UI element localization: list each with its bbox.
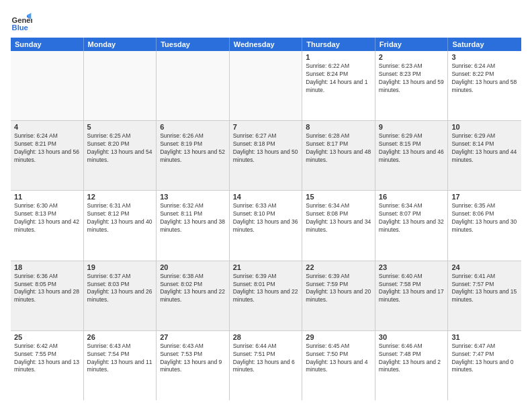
day-cell-16: 16Sunrise: 6:34 AM Sunset: 8:07 PM Dayli…: [375, 191, 449, 260]
cell-info: Sunrise: 6:45 AM Sunset: 7:50 PM Dayligh…: [306, 342, 371, 375]
day-number: 22: [306, 263, 371, 271]
header: General Blue: [11, 11, 521, 32]
cell-info: Sunrise: 6:43 AM Sunset: 7:54 PM Dayligh…: [87, 342, 153, 375]
day-cell-25: 25Sunrise: 6:42 AM Sunset: 7:55 PM Dayli…: [11, 331, 84, 400]
day-number: 3: [451, 53, 518, 61]
page: General Blue SundayMondayTuesdayWednesda…: [0, 0, 532, 411]
day-number: 17: [451, 193, 518, 201]
day-cell-20: 20Sunrise: 6:38 AM Sunset: 8:02 PM Dayli…: [157, 261, 230, 330]
header-day-saturday: Saturday: [448, 38, 521, 51]
day-number: 19: [87, 263, 153, 271]
day-number: 1: [306, 53, 371, 61]
day-number: 23: [379, 263, 445, 271]
cell-info: Sunrise: 6:24 AM Sunset: 8:21 PM Dayligh…: [14, 132, 80, 165]
day-cell-4: 4Sunrise: 6:24 AM Sunset: 8:21 PM Daylig…: [11, 121, 84, 190]
day-number: 24: [451, 263, 518, 271]
cell-info: Sunrise: 6:38 AM Sunset: 8:02 PM Dayligh…: [160, 273, 226, 305]
day-number: 4: [14, 123, 80, 131]
day-cell-10: 10Sunrise: 6:29 AM Sunset: 8:14 PM Dayli…: [448, 121, 521, 190]
calendar-body: 1Sunrise: 6:22 AM Sunset: 8:24 PM Daylig…: [11, 51, 521, 400]
day-cell-3: 3Sunrise: 6:24 AM Sunset: 8:22 PM Daylig…: [448, 51, 521, 120]
cell-info: Sunrise: 6:43 AM Sunset: 7:53 PM Dayligh…: [160, 342, 226, 375]
empty-cell: [230, 51, 303, 120]
day-cell-14: 14Sunrise: 6:33 AM Sunset: 8:10 PM Dayli…: [230, 191, 303, 260]
day-cell-5: 5Sunrise: 6:25 AM Sunset: 8:20 PM Daylig…: [84, 121, 157, 190]
header-day-tuesday: Tuesday: [157, 38, 230, 51]
day-number: 12: [87, 193, 153, 201]
day-cell-23: 23Sunrise: 6:40 AM Sunset: 7:58 PM Dayli…: [375, 261, 449, 330]
day-number: 5: [87, 123, 153, 131]
cell-info: Sunrise: 6:36 AM Sunset: 8:05 PM Dayligh…: [14, 273, 80, 305]
day-cell-21: 21Sunrise: 6:39 AM Sunset: 8:01 PM Dayli…: [230, 261, 303, 330]
day-cell-22: 22Sunrise: 6:39 AM Sunset: 7:59 PM Dayli…: [302, 261, 375, 330]
cell-info: Sunrise: 6:46 AM Sunset: 7:48 PM Dayligh…: [379, 342, 445, 375]
day-number: 13: [160, 193, 226, 201]
day-cell-18: 18Sunrise: 6:36 AM Sunset: 8:05 PM Dayli…: [11, 261, 84, 330]
calendar-week-4: 18Sunrise: 6:36 AM Sunset: 8:05 PM Dayli…: [11, 261, 521, 331]
day-number: 31: [451, 333, 518, 341]
day-number: 10: [451, 123, 518, 131]
day-cell-13: 13Sunrise: 6:32 AM Sunset: 8:11 PM Dayli…: [157, 191, 230, 260]
day-number: 20: [160, 263, 226, 271]
header-day-monday: Monday: [84, 38, 157, 51]
header-day-sunday: Sunday: [11, 38, 84, 51]
empty-cell: [157, 51, 230, 120]
calendar-week-5: 25Sunrise: 6:42 AM Sunset: 7:55 PM Dayli…: [11, 331, 521, 400]
day-number: 21: [233, 263, 299, 271]
day-number: 14: [233, 193, 299, 201]
cell-info: Sunrise: 6:44 AM Sunset: 7:51 PM Dayligh…: [233, 342, 299, 375]
cell-info: Sunrise: 6:25 AM Sunset: 8:20 PM Dayligh…: [87, 132, 153, 165]
cell-info: Sunrise: 6:30 AM Sunset: 8:13 PM Dayligh…: [14, 202, 80, 234]
day-number: 2: [379, 53, 445, 61]
cell-info: Sunrise: 6:47 AM Sunset: 7:47 PM Dayligh…: [451, 342, 518, 375]
header-day-wednesday: Wednesday: [230, 38, 303, 51]
cell-info: Sunrise: 6:31 AM Sunset: 8:12 PM Dayligh…: [87, 202, 153, 234]
calendar-week-1: 1Sunrise: 6:22 AM Sunset: 8:24 PM Daylig…: [11, 51, 521, 121]
cell-info: Sunrise: 6:35 AM Sunset: 8:06 PM Dayligh…: [451, 202, 518, 234]
day-number: 11: [14, 193, 80, 201]
day-number: 25: [14, 333, 80, 341]
logo: General Blue: [11, 11, 32, 32]
day-cell-17: 17Sunrise: 6:35 AM Sunset: 8:06 PM Dayli…: [448, 191, 521, 260]
day-cell-24: 24Sunrise: 6:41 AM Sunset: 7:57 PM Dayli…: [448, 261, 521, 330]
cell-info: Sunrise: 6:29 AM Sunset: 8:14 PM Dayligh…: [451, 132, 518, 165]
day-number: 9: [379, 123, 445, 131]
day-number: 6: [160, 123, 226, 131]
cell-info: Sunrise: 6:41 AM Sunset: 7:57 PM Dayligh…: [451, 273, 518, 305]
header-day-friday: Friday: [375, 38, 449, 51]
day-number: 27: [160, 333, 226, 341]
day-cell-12: 12Sunrise: 6:31 AM Sunset: 8:12 PM Dayli…: [84, 191, 157, 260]
day-cell-1: 1Sunrise: 6:22 AM Sunset: 8:24 PM Daylig…: [302, 51, 375, 120]
day-cell-26: 26Sunrise: 6:43 AM Sunset: 7:54 PM Dayli…: [84, 331, 157, 400]
cell-info: Sunrise: 6:39 AM Sunset: 8:01 PM Dayligh…: [233, 273, 299, 305]
cell-info: Sunrise: 6:39 AM Sunset: 7:59 PM Dayligh…: [306, 273, 371, 305]
cell-info: Sunrise: 6:37 AM Sunset: 8:03 PM Dayligh…: [87, 273, 153, 305]
day-number: 15: [306, 193, 371, 201]
cell-info: Sunrise: 6:22 AM Sunset: 8:24 PM Dayligh…: [306, 62, 371, 95]
day-cell-8: 8Sunrise: 6:28 AM Sunset: 8:17 PM Daylig…: [302, 121, 375, 190]
cell-info: Sunrise: 6:40 AM Sunset: 7:58 PM Dayligh…: [379, 273, 445, 305]
day-cell-27: 27Sunrise: 6:43 AM Sunset: 7:53 PM Dayli…: [157, 331, 230, 400]
empty-cell: [11, 51, 84, 120]
calendar-week-2: 4Sunrise: 6:24 AM Sunset: 8:21 PM Daylig…: [11, 121, 521, 191]
cell-info: Sunrise: 6:29 AM Sunset: 8:15 PM Dayligh…: [379, 132, 445, 165]
day-cell-11: 11Sunrise: 6:30 AM Sunset: 8:13 PM Dayli…: [11, 191, 84, 260]
day-number: 29: [306, 333, 371, 341]
cell-info: Sunrise: 6:24 AM Sunset: 8:22 PM Dayligh…: [451, 62, 518, 95]
calendar-week-3: 11Sunrise: 6:30 AM Sunset: 8:13 PM Dayli…: [11, 191, 521, 261]
day-cell-30: 30Sunrise: 6:46 AM Sunset: 7:48 PM Dayli…: [375, 331, 449, 400]
day-number: 26: [87, 333, 153, 341]
cell-info: Sunrise: 6:34 AM Sunset: 8:08 PM Dayligh…: [306, 202, 371, 234]
day-cell-29: 29Sunrise: 6:45 AM Sunset: 7:50 PM Dayli…: [302, 331, 375, 400]
cell-info: Sunrise: 6:32 AM Sunset: 8:11 PM Dayligh…: [160, 202, 226, 234]
day-cell-15: 15Sunrise: 6:34 AM Sunset: 8:08 PM Dayli…: [302, 191, 375, 260]
empty-cell: [84, 51, 157, 120]
day-number: 18: [14, 263, 80, 271]
cell-info: Sunrise: 6:33 AM Sunset: 8:10 PM Dayligh…: [233, 202, 299, 234]
day-cell-6: 6Sunrise: 6:26 AM Sunset: 8:19 PM Daylig…: [157, 121, 230, 190]
cell-info: Sunrise: 6:34 AM Sunset: 8:07 PM Dayligh…: [379, 202, 445, 234]
calendar-header: SundayMondayTuesdayWednesdayThursdayFrid…: [11, 38, 521, 51]
header-day-thursday: Thursday: [302, 38, 375, 51]
cell-info: Sunrise: 6:26 AM Sunset: 8:19 PM Dayligh…: [160, 132, 226, 165]
cell-info: Sunrise: 6:28 AM Sunset: 8:17 PM Dayligh…: [306, 132, 371, 165]
